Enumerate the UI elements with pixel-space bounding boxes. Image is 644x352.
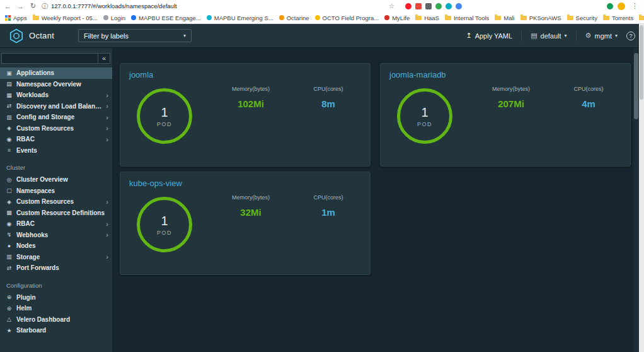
favicon (131, 15, 136, 20)
bookmark-label: MAPBU ESE Engage... (139, 15, 201, 21)
folder-icon (495, 16, 501, 20)
cpu-stat: CPU(cores)8m (294, 86, 363, 144)
sidebar-item-namespaces[interactable]: ▢Namespaces (0, 185, 112, 197)
extension-icon[interactable] (435, 3, 442, 9)
pod-count-label: POD (157, 121, 172, 127)
extension-icon[interactable] (456, 3, 462, 9)
memory-value: 32Mi (216, 207, 285, 218)
cpu-value: 1m (294, 207, 363, 218)
bookmark-octo-field-progra[interactable]: OCTO Field Progra... (315, 15, 379, 21)
reload-icon[interactable]: ↻ (29, 2, 37, 10)
sidebar-item-discovery-and-load-balancing[interactable]: ⇄Discovery and Load Balancing› (0, 101, 112, 112)
help-button[interactable]: ? (626, 32, 635, 40)
memory-label: Memory(bytes) (476, 86, 546, 92)
namespaces-icon: ▢ (5, 187, 13, 194)
chevron-right-icon: › (106, 124, 108, 132)
folder-icon (445, 16, 451, 20)
bookmark-mapbu-emerging-s[interactable]: MAPBU Emerging S... (207, 15, 273, 21)
namespace-value: default (541, 32, 561, 40)
browser-scrollbar-thumb[interactable] (640, 25, 643, 100)
browser-menu-icon[interactable]: ⋮ (630, 2, 640, 10)
extension-icon[interactable] (425, 3, 432, 9)
sidebar-item-rbac[interactable]: ◉RBAC› (0, 134, 112, 145)
filter-label: Filter by labels (84, 32, 129, 40)
bookmark-pksonaws[interactable]: PKSonAWS (520, 15, 561, 21)
sidebar-item-label: Webhooks (16, 232, 48, 238)
sidebar-item-custom-resources[interactable]: ◈Custom Resources› (0, 196, 112, 208)
app-name: Octant (29, 31, 54, 40)
extension-icon[interactable] (607, 3, 613, 9)
sidebar-item-plugin[interactable]: ⊕Plugin (0, 292, 112, 303)
bookmark-label: PKSonAWS (529, 15, 561, 21)
bookmark-weekly-report-05[interactable]: Weekly Report - 05... (33, 15, 98, 21)
sidebar-item-config-and-storage[interactable]: ▥Config and Storage› (0, 112, 112, 123)
sidebar-item-nodes[interactable]: ●Nodes (0, 240, 112, 252)
main-content: joomla1PODMemory(bytes)102MiCPU(cores)8m… (112, 48, 644, 352)
pod-count: 1 (161, 214, 168, 228)
workload-card-joomla: joomla1PODMemory(bytes)102MiCPU(cores)8m (120, 63, 371, 167)
bookmark-security[interactable]: Security (567, 15, 597, 21)
bookmark-login[interactable]: Login (103, 15, 125, 21)
sidebar-section-title: Cluster (0, 156, 112, 174)
bookmark-star-icon[interactable]: ☆ (389, 3, 394, 9)
bookmark-label: Weekly Report - 05... (42, 15, 98, 21)
content-scrollbar[interactable] (633, 48, 639, 352)
sidebar-item-namespace-overview[interactable]: ▤Namespace Overview (0, 79, 112, 90)
browser-scrollbar[interactable] (639, 24, 644, 352)
sidebar-item-starboard[interactable]: ★Starboard (0, 325, 112, 336)
bookmark-mylife[interactable]: MyLife (384, 15, 410, 21)
workload-card-title[interactable]: joomla (129, 70, 361, 79)
sidebar-item-applications[interactable]: ▣Applications (0, 67, 112, 79)
sidebar-item-custom-resources[interactable]: ◈Custom Resources› (0, 123, 112, 134)
bookmark-mali[interactable]: Mali (495, 15, 514, 21)
url-text: 127.0.0.1:7777/#/workloads/namespace/def… (51, 3, 177, 9)
extension-icon[interactable] (415, 3, 422, 9)
apply-yaml-button[interactable]: ↥ Apply YAML (466, 32, 512, 40)
extension-icon[interactable] (446, 3, 452, 9)
sidebar-item-label: Nodes (16, 242, 36, 249)
bookmark-mapbu-ese-engage[interactable]: MAPBU ESE Engage... (131, 15, 201, 21)
sidebar-item-storage[interactable]: ▥Storage› (0, 252, 112, 263)
sidebar-item-port-forwards[interactable]: ⇄Port Forwards (0, 262, 112, 274)
folder-icon (567, 16, 573, 20)
extension-icon[interactable] (405, 3, 411, 9)
sidebar-item-cluster-overview[interactable]: ◎Cluster Overview (0, 174, 112, 185)
back-icon[interactable]: ← (4, 3, 12, 10)
chevron-right-icon: › (106, 220, 108, 228)
chevron-down-icon: ▾ (183, 33, 186, 38)
bookmark-label: Octarine (287, 15, 309, 21)
sidebar-item-velero-dashboard[interactable]: △Velero Dashboard (0, 314, 112, 326)
workload-card-title[interactable]: kube-ops-view (129, 179, 361, 188)
context-dropdown[interactable]: ⚙ mgmt ▾ (585, 32, 618, 40)
profile-avatar[interactable] (618, 3, 625, 10)
bookmark-apps[interactable]: Apps (5, 15, 27, 21)
sidebar-item-label: Namespaces (16, 187, 55, 194)
bookmark-octarine[interactable]: Octarine (279, 15, 309, 21)
workload-card-title[interactable]: joomla-mariadb (389, 70, 621, 79)
sidebar-filter-input[interactable] (1, 53, 98, 64)
sidebar-collapse-button[interactable]: « (98, 53, 110, 64)
namespace-dropdown[interactable]: ▤ default ▾ (531, 32, 566, 40)
port-forwards-icon: ⇄ (5, 265, 13, 271)
header-right: ↥ Apply YAML ▤ default ▾ ⚙ mgmt ▾ ? (466, 31, 635, 41)
page-info-icon[interactable]: ⓘ (42, 2, 48, 11)
bookmark-label: HaaS (424, 15, 439, 21)
bookmark-torrents[interactable]: Torrents (603, 15, 633, 21)
filter-by-labels-select[interactable]: Filter by labels ▾ (78, 29, 192, 42)
chevron-right-icon: › (106, 91, 108, 99)
bookmark-vmware-sites[interactable]: VMware Sites (639, 15, 644, 21)
content-scrollbar-thumb[interactable] (634, 53, 638, 119)
bookmark-internal-tools[interactable]: Internal Tools (445, 15, 489, 21)
forward-icon[interactable]: → (16, 3, 25, 10)
sidebar-item-workloads[interactable]: ▦Workloads› (0, 90, 112, 101)
bookmark-haas[interactable]: HaaS (415, 15, 439, 21)
resources-icon: ◈ (5, 125, 13, 131)
sidebar-item-webhooks[interactable]: ↯Webhooks› (0, 230, 112, 241)
sidebar-item-events[interactable]: ≡Events (0, 145, 112, 156)
cpu-label: CPU(cores) (554, 86, 623, 92)
sidebar-item-helm[interactable]: ⊛Helm (0, 303, 112, 314)
sidebar-item-rbac[interactable]: ◉RBAC› (0, 218, 112, 230)
sidebar-item-custom-resource-definitions[interactable]: ▩Custom Resource Definitions (0, 208, 112, 219)
sidebar-search-row: « (1, 53, 110, 64)
address-bar[interactable]: ⓘ 127.0.0.1:7777/#/workloads/namespace/d… (42, 2, 394, 11)
